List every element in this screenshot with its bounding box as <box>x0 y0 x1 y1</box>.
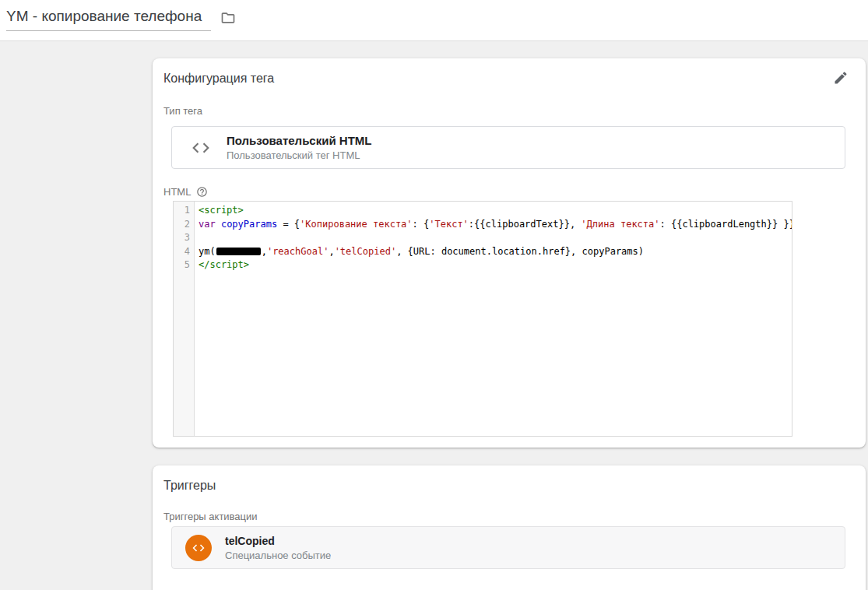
html-field-label-row: HTML <box>163 186 208 198</box>
tag-type-label: Тип тега <box>163 105 202 117</box>
top-bar: YM - копирование телефона <box>0 0 868 40</box>
code-line: var copyParams = {'Копирование текста': … <box>199 218 792 232</box>
code-line: ym(,'reachGoal','telCopied', {URL: docum… <box>199 245 792 259</box>
tag-title-area: YM - копирование телефона <box>6 6 236 31</box>
tag-configuration-card: Конфигурация тега Тип тега Пользовательс… <box>153 58 866 448</box>
folder-icon[interactable] <box>220 10 236 26</box>
activation-triggers-label: Триггеры активации <box>163 511 258 522</box>
trigger-row[interactable]: telCopied Специальное событие <box>171 526 845 569</box>
code-line <box>199 231 792 245</box>
line-number: 3 <box>174 231 194 245</box>
line-number: 1 <box>174 204 194 218</box>
line-number: 4 <box>174 245 194 259</box>
custom-event-icon <box>185 535 212 561</box>
triggers-card: Триггеры Триггеры активации telCopied Сп… <box>153 465 866 590</box>
code-line: <script> <box>199 204 792 218</box>
tag-name-field[interactable]: YM - копирование телефона <box>6 6 211 31</box>
line-number: 2 <box>174 218 194 232</box>
edit-tag-button[interactable] <box>830 67 852 89</box>
page-background: Конфигурация тега Тип тега Пользовательс… <box>0 40 868 590</box>
tag-type-name: Пользовательский HTML <box>227 134 371 147</box>
code-line: </script> <box>199 258 792 272</box>
editor-gutter: 12345 <box>174 202 195 436</box>
code-lines: <script>var copyParams = {'Копирование т… <box>195 202 792 436</box>
html-label: HTML <box>163 186 191 198</box>
help-icon[interactable] <box>196 186 208 198</box>
redacted-counter-id <box>216 248 261 255</box>
line-number: 5 <box>174 258 194 272</box>
code-icon <box>191 138 211 158</box>
tag-type-description: Пользовательский тег HTML <box>227 149 371 161</box>
triggers-title: Триггеры <box>163 479 216 493</box>
tag-type-box[interactable]: Пользовательский HTML Пользовательский т… <box>171 126 845 169</box>
html-code-editor[interactable]: 12345 <script>var copyParams = {'Копиров… <box>173 201 792 437</box>
trigger-text: telCopied Специальное событие <box>225 535 331 561</box>
trigger-type: Специальное событие <box>225 550 331 561</box>
trigger-name: telCopied <box>225 535 331 547</box>
tag-type-text: Пользовательский HTML Пользовательский т… <box>227 134 371 161</box>
pencil-icon <box>833 70 849 86</box>
tag-configuration-title: Конфигурация тега <box>163 72 274 86</box>
